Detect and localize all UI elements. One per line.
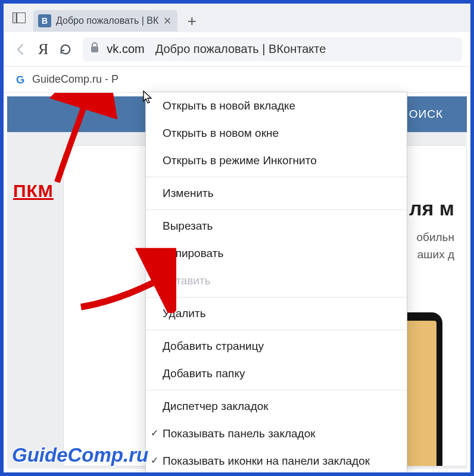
- vk-heading: ля м: [409, 197, 454, 220]
- ctx-sep: [146, 297, 407, 298]
- ctx-open-incognito[interactable]: Открыть в режиме Инкогнито: [146, 147, 407, 174]
- annotation-arrow-delete-icon: [75, 248, 176, 313]
- watermark: GuideComp.ru: [12, 444, 148, 466]
- annotation-arrow-up-icon: [45, 93, 135, 194]
- yandex-logo-icon[interactable]: Я: [38, 40, 48, 58]
- ctx-add-page[interactable]: Добавить страницу: [146, 333, 407, 360]
- new-tab-button[interactable]: +: [181, 10, 202, 32]
- address-domain: vk.com: [107, 42, 144, 56]
- lock-icon: [90, 42, 99, 56]
- ctx-paste: Вставить: [146, 267, 407, 295]
- bookmark-item[interactable]: GuideComp.ru - Р: [32, 73, 118, 86]
- toolbar: Я vk.com Добро пожаловать | ВКонтакте: [4, 32, 470, 67]
- ctx-delete[interactable]: Удалить: [146, 300, 407, 327]
- tab-title: Добро пожаловать | ВК: [56, 15, 158, 26]
- ctx-cut[interactable]: Вырезать: [146, 212, 407, 240]
- browser-window: B Добро пожаловать | ВК ✕ + Я vk.com Доб…: [0, 0, 474, 476]
- tab-strip: B Добро пожаловать | ВК ✕ +: [4, 4, 470, 32]
- bookmarks-bar: GuideComp.ru - Р: [4, 67, 470, 93]
- address-bar[interactable]: vk.com Добро пожаловать | ВКонтакте: [83, 37, 462, 61]
- ctx-sep: [146, 177, 407, 177]
- ctx-open-new-window[interactable]: Открыть в новом окне: [146, 120, 407, 147]
- ctx-copy[interactable]: Копировать: [146, 240, 407, 267]
- tab-close-icon[interactable]: ✕: [163, 15, 171, 27]
- ctx-add-folder[interactable]: Добавить папку: [146, 360, 407, 387]
- vk-search-label: ОИСК: [409, 108, 443, 121]
- bookmark-favicon-icon: [13, 73, 27, 86]
- ctx-sep: [146, 330, 407, 330]
- ctx-show-bookmark-icons[interactable]: Показывать иконки на панели закладок: [146, 447, 407, 475]
- reload-button[interactable]: [57, 40, 74, 58]
- ctx-bookmark-manager[interactable]: Диспетчер закладок: [146, 393, 407, 420]
- cursor-icon: [143, 90, 154, 107]
- ctx-sep: [146, 209, 407, 210]
- ctx-open-new-tab[interactable]: Открыть в новой вкладке: [146, 92, 407, 120]
- svg-rect-1: [13, 12, 17, 23]
- context-menu: Открыть в новой вкладке Открыть в новом …: [145, 92, 407, 475]
- back-button[interactable]: [12, 40, 30, 58]
- tab-vk[interactable]: B Добро пожаловать | ВК ✕: [33, 10, 177, 32]
- address-title: Добро пожаловать | ВКонтакте: [155, 42, 326, 56]
- ctx-sep: [146, 390, 407, 390]
- ctx-show-bookmarks-bar[interactable]: Показывать панель закладок: [146, 420, 407, 447]
- svg-rect-3: [91, 46, 98, 52]
- vk-subtext: обильн аших д: [416, 229, 454, 263]
- vk-favicon-icon: B: [38, 14, 51, 27]
- ctx-edit[interactable]: Изменить: [146, 180, 407, 207]
- sidebar-toggle-icon[interactable]: [8, 9, 30, 27]
